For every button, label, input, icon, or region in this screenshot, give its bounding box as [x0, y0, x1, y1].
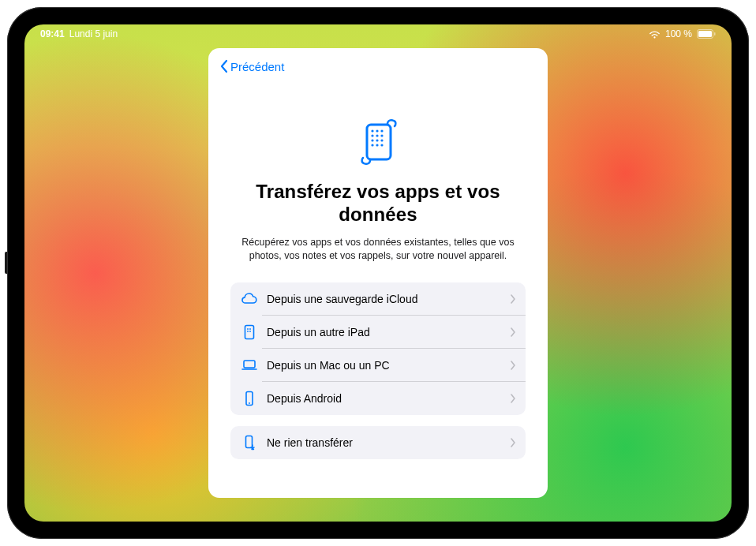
ipad-device-frame: 09:41 Lundi 5 juin 100 % — [7, 7, 749, 539]
svg-rect-16 — [245, 325, 254, 338]
svg-point-19 — [247, 331, 249, 332]
svg-point-12 — [380, 139, 383, 141]
phone-skip-icon — [240, 433, 259, 452]
status-right: 100 % — [649, 28, 716, 39]
svg-point-13 — [371, 144, 373, 146]
option-from-icloud-backup[interactable]: Depuis une sauvegarde iCloud — [230, 282, 526, 316]
svg-rect-3 — [367, 125, 391, 159]
chevron-left-icon — [219, 59, 229, 73]
page-subtitle: Récupérez vos apps et vos données exista… — [208, 236, 548, 264]
options-container: Depuis une sauvegarde iCloud — [230, 282, 526, 470]
option-dont-transfer[interactable]: Ne rien transférer — [230, 426, 526, 459]
chevron-right-icon — [510, 438, 516, 447]
ipad-screen: 09:41 Lundi 5 juin 100 % — [24, 24, 732, 522]
svg-point-15 — [380, 144, 383, 146]
option-from-another-ipad[interactable]: Depuis un autre iPad — [230, 316, 526, 349]
ipad-icon — [240, 323, 259, 342]
option-label: Ne rien transférer — [267, 436, 510, 449]
status-bar: 09:41 Lundi 5 juin 100 % — [24, 24, 732, 43]
chevron-right-icon — [510, 294, 516, 304]
svg-point-17 — [247, 328, 249, 330]
svg-rect-1 — [698, 31, 712, 37]
page-title: Transférez vos apps et vos données — [208, 181, 548, 226]
svg-point-4 — [371, 129, 373, 132]
onboarding-modal: Précédent — [208, 48, 548, 498]
back-button[interactable]: Précédent — [219, 59, 284, 73]
battery-icon — [697, 29, 716, 39]
svg-point-11 — [376, 139, 378, 141]
laptop-icon — [240, 356, 259, 375]
back-label: Précédent — [230, 60, 284, 73]
svg-point-8 — [376, 134, 378, 136]
svg-rect-21 — [244, 361, 255, 368]
svg-point-18 — [249, 328, 251, 330]
svg-point-20 — [249, 331, 251, 332]
status-left: 09:41 Lundi 5 juin — [40, 28, 118, 39]
svg-point-6 — [380, 129, 383, 132]
transfer-hero-icon — [350, 114, 406, 171]
device-side-button — [5, 252, 7, 274]
option-from-mac-or-pc[interactable]: Depuis un Mac ou un PC — [230, 349, 526, 382]
status-time: 09:41 — [40, 28, 65, 39]
option-group-secondary: Ne rien transférer — [230, 426, 526, 459]
svg-rect-2 — [714, 32, 716, 36]
svg-rect-24 — [246, 436, 253, 447]
phone-icon — [240, 389, 259, 408]
chevron-right-icon — [510, 394, 516, 403]
option-group-primary: Depuis une sauvegarde iCloud — [230, 282, 526, 415]
svg-point-5 — [376, 129, 378, 132]
option-label: Depuis un Mac ou un PC — [267, 359, 510, 372]
wifi-icon — [649, 30, 661, 39]
svg-point-10 — [371, 139, 373, 141]
chevron-right-icon — [510, 361, 516, 370]
svg-point-7 — [371, 134, 373, 136]
svg-point-14 — [376, 144, 378, 146]
svg-point-23 — [249, 402, 250, 404]
option-label: Depuis un autre iPad — [267, 326, 510, 338]
status-date: Lundi 5 juin — [69, 28, 118, 39]
cloud-icon — [240, 290, 259, 309]
svg-point-9 — [380, 134, 383, 136]
option-label: Depuis une sauvegarde iCloud — [267, 293, 510, 305]
option-label: Depuis Android — [267, 392, 510, 405]
chevron-right-icon — [510, 327, 516, 337]
battery-percent: 100 % — [665, 28, 692, 39]
option-from-android[interactable]: Depuis Android — [230, 382, 526, 415]
